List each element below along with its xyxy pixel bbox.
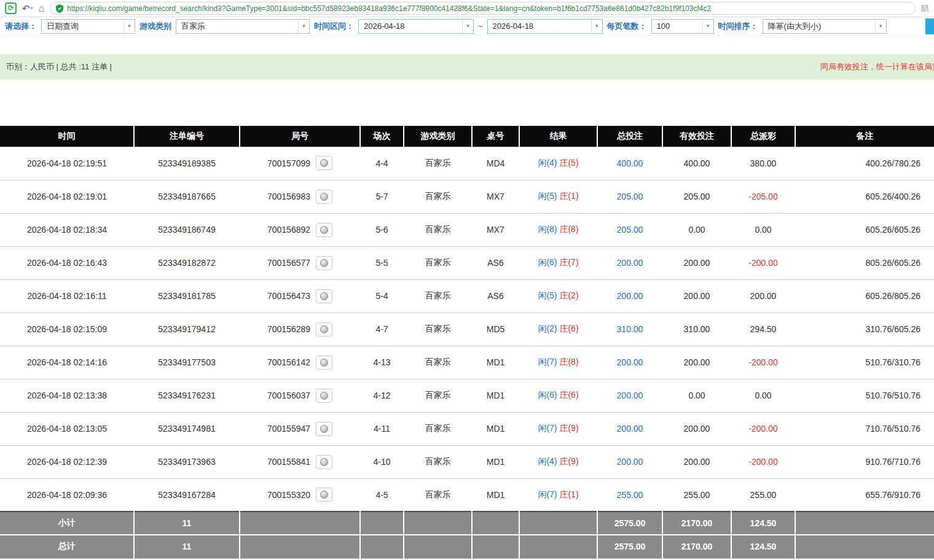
search-button[interactable]: 查询	[925, 18, 934, 34]
round-cell: 700156037	[240, 379, 360, 412]
round-replay-icon[interactable]	[316, 389, 332, 403]
ball-icon	[320, 392, 328, 400]
bet-record-row: 2026-04-18 02:16:11523349181785700156473…	[0, 279, 934, 313]
result-banker: 庄(1)	[559, 489, 578, 499]
page-size-select[interactable]: 100 ▼	[651, 19, 714, 34]
date-from-select[interactable]: 2026-04-18 ▼	[358, 19, 474, 34]
round-replay-icon[interactable]	[316, 422, 332, 436]
valid-bet: 310.00	[662, 313, 731, 346]
valid-bet: 200.00	[662, 445, 731, 478]
round-replay-icon[interactable]	[316, 322, 332, 336]
game-type: 百家乐	[404, 412, 472, 445]
total-bet: 200.00	[597, 412, 662, 445]
result-player: 闲(7)	[538, 423, 557, 433]
address-bar[interactable]: https://kiqiiu.com/game/betrecord_search…	[50, 2, 916, 15]
round-replay-icon[interactable]	[316, 256, 332, 270]
total-bet: 205.00	[597, 213, 662, 246]
total-count: 11	[134, 535, 240, 558]
chevron-down-icon: ▼	[462, 20, 473, 33]
bet-record-row: 2026-04-18 02:19:51523349189385700157099…	[0, 147, 934, 180]
col-header-note: 备注	[795, 126, 934, 147]
secure-shield-icon	[56, 4, 63, 13]
bet-record-row: 2026-04-18 02:09:36523349167284700155320…	[0, 478, 934, 511]
subtotal-valid-bet: 2170.00	[662, 511, 731, 535]
total-bet: 200.00	[597, 346, 662, 379]
bet-record-row: 2026-04-18 02:19:01523349187665700156983…	[0, 180, 934, 213]
result-player: 闲(6)	[538, 390, 557, 400]
round-number: 700156473	[267, 291, 310, 301]
extension-icon[interactable]: 賏	[921, 3, 929, 14]
total-row: 总计 11 2575.00 2170.00 124.50	[0, 535, 934, 558]
bet-id: 523349167284	[134, 478, 240, 511]
total-valid-bet: 2170.00	[662, 535, 731, 558]
page-size-value: 100	[652, 21, 702, 31]
result-cell: 闲(7) 庄(1)	[519, 478, 597, 511]
payout: -200.00	[731, 412, 795, 445]
bet-time: 2026-04-18 02:16:11	[0, 279, 134, 313]
bet-id: 523349176231	[134, 379, 240, 412]
result-banker: 庄(2)	[559, 290, 578, 300]
session: 4-12	[360, 379, 404, 412]
valid-bet: 0.00	[662, 213, 731, 246]
col-header-time: 时间	[0, 126, 134, 147]
empty-cell	[240, 535, 360, 558]
round-number: 700156577	[267, 258, 310, 268]
bet-id: 523349174981	[134, 412, 240, 445]
result-banker: 庄(5)	[559, 158, 578, 168]
round-replay-icon[interactable]	[316, 223, 332, 237]
result-banker: 庄(9)	[559, 456, 578, 466]
round-replay-icon[interactable]	[316, 156, 332, 170]
round-number: 700155320	[267, 490, 310, 500]
round-number: 700156142	[267, 357, 310, 367]
empty-cell	[795, 535, 934, 558]
back-button[interactable]: ↶ ▾	[22, 3, 33, 14]
query-type-select[interactable]: 日期查询 ▼	[41, 19, 135, 34]
col-header-total-bet: 总投注	[597, 126, 662, 147]
result-player: 闲(7)	[538, 489, 557, 499]
note: 605.26/605.26	[795, 213, 934, 246]
sort-order-label: 时间排序：	[718, 21, 758, 32]
total-bet: 205.00	[597, 180, 662, 213]
refresh-icon[interactable]: ⟳	[5, 2, 17, 14]
game-category-select[interactable]: 百家乐 ▼	[176, 19, 310, 34]
subtotal-total-bet: 2575.00	[597, 511, 662, 535]
bet-records-table: 时间 注单编号 局号 场次 游戏类别 桌号 结果 总投注 有效投注 总派彩 备注…	[0, 126, 934, 559]
chevron-down-icon: ▼	[591, 20, 602, 33]
bet-time: 2026-04-18 02:16:43	[0, 246, 134, 279]
chevron-down-icon: ▼	[702, 20, 713, 33]
total-total-bet: 2575.00	[597, 535, 662, 558]
col-header-payout: 总派彩	[731, 126, 795, 147]
query-type-value: 日期查询	[42, 21, 124, 32]
round-replay-icon[interactable]	[316, 488, 332, 502]
table-no: MD1	[472, 478, 519, 511]
round-replay-icon[interactable]	[316, 455, 332, 469]
note: 400.26/780.26	[795, 147, 934, 180]
home-icon[interactable]: ⌂	[39, 3, 45, 14]
result-player: 闲(5)	[538, 290, 557, 300]
back-dropdown-caret-icon[interactable]: ▾	[31, 6, 33, 11]
empty-cell	[360, 511, 404, 535]
col-header-table-no: 桌号	[472, 126, 519, 147]
valid-bet: 200.00	[662, 279, 731, 313]
table-no: MX7	[472, 180, 519, 213]
sort-order-select[interactable]: 降幂(由大到小) ▼	[763, 19, 887, 34]
date-to-select[interactable]: 2026-04-18 ▼	[487, 19, 603, 34]
col-header-session: 场次	[360, 126, 404, 147]
round-replay-icon[interactable]	[316, 289, 332, 303]
ball-icon	[320, 458, 328, 466]
bet-id: 523349186749	[134, 213, 240, 246]
empty-cell	[795, 511, 934, 535]
session: 4-5	[360, 478, 404, 511]
bet-time: 2026-04-18 02:19:51	[0, 147, 134, 180]
ball-icon	[320, 325, 328, 333]
result-cell: 闲(5) 庄(2)	[519, 279, 597, 313]
round-replay-icon[interactable]	[316, 190, 332, 204]
game-type: 百家乐	[404, 147, 472, 180]
bet-id: 523349173963	[134, 445, 240, 478]
subtotal-label: 小计	[0, 511, 134, 535]
result-banker: 庄(9)	[559, 423, 578, 433]
total-bet: 310.00	[597, 313, 662, 346]
result-cell: 闲(7) 庄(8)	[519, 346, 597, 379]
session: 4-13	[360, 346, 404, 379]
round-replay-icon[interactable]	[316, 356, 332, 370]
